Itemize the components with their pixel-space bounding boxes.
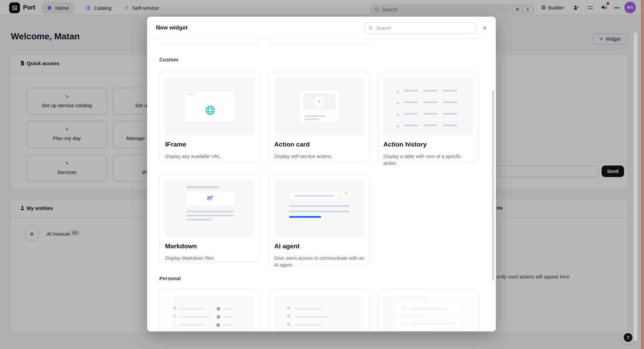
iframe-illustration <box>165 78 255 135</box>
lightning-icon <box>400 306 406 312</box>
widget-card-description: Display self-service actions. <box>274 153 364 160</box>
widget-card-description: Display any available URL. <box>165 153 255 160</box>
widget-card-action-history[interactable]: Action history Display a table with runs… <box>378 72 479 163</box>
partial-widget-card[interactable] <box>159 39 260 44</box>
screen-edge-strip <box>641 0 644 349</box>
widget-card-personal-1[interactable] <box>159 290 260 331</box>
gear-flower-icon <box>173 314 177 320</box>
section-label-personal: Personal <box>159 275 181 281</box>
cube-icon <box>173 306 177 312</box>
lightning-icon <box>400 321 406 327</box>
modal-title: New widget <box>156 17 188 39</box>
lightning-icon <box>396 112 400 118</box>
lightning-icon <box>396 123 400 130</box>
widget-card-action-card[interactable]: Action card Display self-service actions… <box>268 72 369 163</box>
widget-card-title: IFrame <box>165 141 186 148</box>
section-label-custom: Custom <box>159 57 178 62</box>
widget-search-input[interactable] <box>376 25 472 31</box>
personal-illustration <box>165 295 255 331</box>
cube-icon <box>286 314 290 320</box>
cube-icon <box>286 330 290 331</box>
cube-icon <box>286 306 290 312</box>
widget-card-ai-agent[interactable]: AI agent Give users access to communicat… <box>268 174 369 266</box>
lightning-icon <box>396 89 400 95</box>
page-scrollbar[interactable] <box>633 32 638 341</box>
new-widget-modal: New widget × Custom <box>147 17 496 331</box>
widget-search[interactable] <box>364 22 476 34</box>
partial-widget-card[interactable] <box>268 39 369 44</box>
widget-card-description: Give users access to communicate with an… <box>274 255 364 269</box>
close-icon[interactable]: × <box>481 24 489 32</box>
widget-card-title: AI agent <box>274 243 300 250</box>
drop-icon <box>173 330 177 331</box>
globe-icon <box>204 104 217 118</box>
lightning-icon <box>315 97 324 106</box>
action-card-illustration <box>274 78 364 135</box>
personal-illustration <box>274 295 364 331</box>
cube-icon <box>286 322 290 328</box>
modal-header: New widget × <box>147 17 496 39</box>
personal-illustration <box>383 295 473 331</box>
dots-icon <box>173 322 176 328</box>
screen: Port Home Catalog Self-service ⌘ K ⚙ Bui… <box>0 0 644 349</box>
widget-card-iframe[interactable]: IFrame Display any available URL. <box>159 72 260 163</box>
lightning-icon <box>396 100 400 106</box>
action-history-illustration <box>383 78 473 135</box>
widget-card-personal-2[interactable] <box>268 290 369 331</box>
widget-card-description: Display a table with runs of a specific … <box>383 153 474 167</box>
widget-card-personal-3[interactable] <box>378 290 479 331</box>
sparkles-icon <box>344 191 349 197</box>
widget-card-markdown[interactable]: Markdown Display Markdown files. <box>159 174 260 263</box>
search-icon <box>368 25 373 31</box>
modal-scrollbar[interactable] <box>492 91 494 280</box>
widget-card-title: Markdown <box>165 243 197 250</box>
markdown-illustration <box>165 179 255 237</box>
ai-agent-illustration <box>274 179 364 237</box>
widget-card-title: Action history <box>383 141 427 148</box>
widget-card-description: Display Markdown files. <box>165 255 255 261</box>
image-plus-icon <box>206 195 214 203</box>
widget-card-title: Action card <box>274 141 310 148</box>
